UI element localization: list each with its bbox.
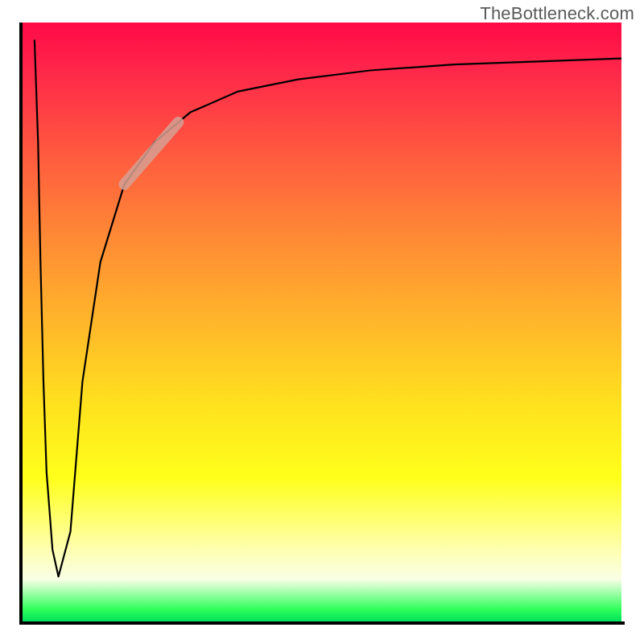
bottleneck-curve <box>35 40 621 576</box>
watermark-text: TheBottleneck.com <box>480 3 634 24</box>
curve-highlight-marker <box>125 122 179 184</box>
x-axis <box>19 621 625 625</box>
chart-svg <box>23 23 621 621</box>
